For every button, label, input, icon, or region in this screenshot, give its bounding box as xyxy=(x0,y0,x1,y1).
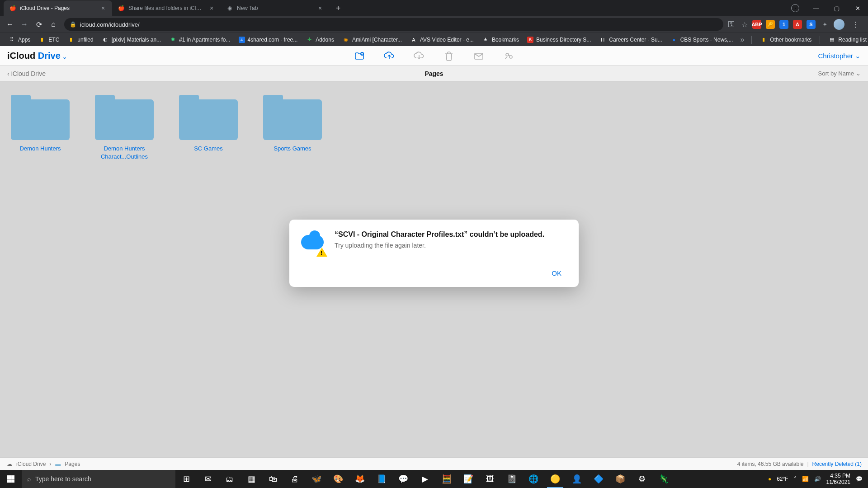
discord-app-icon[interactable]: 💬 xyxy=(392,470,414,488)
profile-avatar[interactable] xyxy=(834,19,844,30)
calculator-app-icon[interactable]: 🧮 xyxy=(436,470,458,488)
close-window-button[interactable]: ✕ xyxy=(847,0,868,16)
volume-icon[interactable]: 🔊 xyxy=(814,476,821,482)
task-view-button[interactable]: ⊞ xyxy=(175,470,197,488)
app-icon[interactable]: 📓 xyxy=(501,470,523,488)
weather-text[interactable]: 62°F xyxy=(777,476,788,482)
chrome-app-icon[interactable]: 🟡 xyxy=(544,470,566,488)
minimize-button[interactable]: — xyxy=(806,0,826,16)
window-controls: · — ▢ ✕ xyxy=(791,0,868,16)
browser-tab-active[interactable]: 🍎 iCloud Drive - Pages × xyxy=(4,0,112,16)
maximize-button[interactable]: ▢ xyxy=(826,0,847,16)
app-icon[interactable]: 🔷 xyxy=(588,470,609,488)
dialog-subtitle: Try uploading the file again later. xyxy=(335,242,568,249)
back-button[interactable]: ← xyxy=(4,18,16,31)
star-icon[interactable]: ☆ xyxy=(741,20,748,29)
app-icon[interactable]: 🦋 xyxy=(306,470,327,488)
new-tab-button[interactable]: + xyxy=(332,2,344,14)
steam-app-icon[interactable]: ⚙ xyxy=(631,470,653,488)
mail-app-icon[interactable]: ✉ xyxy=(197,470,219,488)
cloud-warning-icon xyxy=(300,230,326,256)
browser-tab[interactable]: ◉ New Tab × xyxy=(221,0,329,16)
store-app-icon[interactable]: 🛍 xyxy=(262,470,284,488)
search-icon: ⌕ xyxy=(27,475,31,483)
tab-title: iCloud Drive - Pages xyxy=(20,5,96,11)
tab-close-icon[interactable]: × xyxy=(208,5,215,12)
taskbar-clock[interactable]: 4:35 PM 11/6/2021 xyxy=(826,473,850,486)
reload-button[interactable]: ⟳ xyxy=(33,18,45,31)
error-dialog: “SCVI - Original Character Profiles.txt”… xyxy=(289,220,579,287)
tab-close-icon[interactable]: × xyxy=(316,5,324,12)
system-tray: ● 62°F ˄ 📶 🔊 4:35 PM 11/6/2021 💬 xyxy=(763,473,868,486)
taskbar-search[interactable]: ⌕ Type here to search xyxy=(22,470,175,488)
tab-strip: 🍎 iCloud Drive - Pages × 🍎 Share files a… xyxy=(0,0,868,16)
apple-favicon: 🍎 xyxy=(9,5,16,12)
ext-icon[interactable]: S xyxy=(807,20,816,29)
account-indicator-icon[interactable]: · xyxy=(791,4,799,12)
extensions-menu-icon[interactable]: ✦ xyxy=(820,20,829,29)
toolbar: ← → ⟳ ⌂ 🔒 icloud.com/iclouddrive/ ⚿ ☆ AB… xyxy=(0,16,868,33)
wifi-icon[interactable]: 📶 xyxy=(802,476,809,482)
browser-tab[interactable]: 🍎 Share files and folders in iCloud D × xyxy=(112,0,221,16)
abp-extension-icon[interactable]: ABP xyxy=(752,20,761,29)
clock-date: 11/6/2021 xyxy=(826,479,850,485)
windows-taskbar: ⌕ Type here to search ⊞ ✉ 🗂 ▦ 🛍 🖨 🦋 🎨 🦊 … xyxy=(0,470,868,488)
tab-title: Share files and folders in iCloud D xyxy=(128,5,204,11)
forward-button[interactable]: → xyxy=(18,18,31,31)
app-icon[interactable]: 🖨 xyxy=(284,470,306,488)
modal-overlay: “SCVI - Original Character Profiles.txt”… xyxy=(0,36,868,470)
omnibox-actions: ⚿ ☆ xyxy=(728,20,748,29)
chrome-menu-button[interactable]: ⋮ xyxy=(849,18,862,31)
firefox-app-icon[interactable]: 🦊 xyxy=(349,470,371,488)
tab-close-icon[interactable]: × xyxy=(99,5,107,12)
ext-icon[interactable]: 🔑 xyxy=(766,20,775,29)
chrome-favicon: ◉ xyxy=(226,5,233,12)
app-icon[interactable]: 📦 xyxy=(609,470,631,488)
app-icon[interactable]: 👤 xyxy=(566,470,588,488)
paint-app-icon[interactable]: 🎨 xyxy=(327,470,349,488)
ext-icon[interactable]: 1 xyxy=(779,20,788,29)
app-icon[interactable]: ▦ xyxy=(241,470,262,488)
app-icon[interactable]: 🦎 xyxy=(653,470,675,488)
start-button[interactable] xyxy=(0,470,22,488)
app-icon[interactable]: 🖼 xyxy=(479,470,501,488)
clock-time: 4:35 PM xyxy=(826,473,850,479)
edge-app-icon[interactable]: 🌐 xyxy=(523,470,544,488)
search-placeholder: Type here to search xyxy=(35,475,91,483)
app-icon[interactable]: 📘 xyxy=(371,470,392,488)
explorer-app-icon[interactable]: 🗂 xyxy=(219,470,241,488)
app-icon[interactable]: ▶ xyxy=(414,470,436,488)
tab-title: New Tab xyxy=(237,5,313,11)
notifications-icon[interactable]: 💬 xyxy=(856,476,863,482)
extensions: ABP 🔑 1 A S ✦ ⋮ xyxy=(752,18,864,31)
tray-chevron-icon[interactable]: ˄ xyxy=(794,476,797,482)
taskbar-apps: ⊞ ✉ 🗂 ▦ 🛍 🖨 🦋 🎨 🦊 📘 💬 ▶ 🧮 📝 🖼 📓 🌐 🟡 👤 🔷 … xyxy=(175,470,675,488)
ok-button[interactable]: OK xyxy=(545,267,568,280)
weather-icon[interactable]: ● xyxy=(768,476,771,482)
page-content: iCloud Drive⌄ Christopher ⌄ ‹ iCloud Dri… xyxy=(0,46,868,470)
ext-icon[interactable]: A xyxy=(793,20,802,29)
dialog-title: “SCVI - Original Character Profiles.txt”… xyxy=(335,230,568,239)
word-app-icon[interactable]: 📝 xyxy=(458,470,479,488)
home-button[interactable]: ⌂ xyxy=(47,18,60,31)
apple-favicon: 🍎 xyxy=(118,5,125,12)
url-text: icloud.com/iclouddrive/ xyxy=(80,21,718,28)
key-icon[interactable]: ⚿ xyxy=(728,20,735,28)
lock-icon: 🔒 xyxy=(70,21,76,28)
address-bar[interactable]: 🔒 icloud.com/iclouddrive/ xyxy=(64,18,723,31)
